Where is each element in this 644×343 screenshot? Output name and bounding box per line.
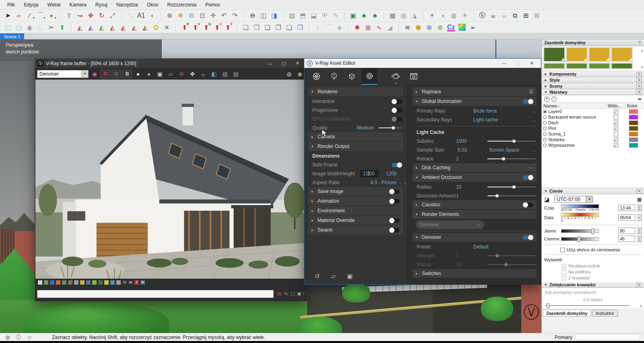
solid-frame-cube[interactable]: ◳ (13, 22, 24, 33)
material-swatch-3[interactable] (611, 47, 632, 62)
render-teapot-button[interactable]: ▼ (388, 68, 404, 85)
drop-v[interactable]: ⬆V (190, 22, 201, 33)
push-pull-tool[interactable]: ⇧ (64, 10, 74, 21)
color-channels[interactable]: ◉ (90, 70, 99, 78)
layer-visible-checkbox[interactable]: ✓ (614, 143, 618, 148)
section-global-illumination[interactable]: ▾Global Illumination (413, 97, 537, 106)
pin-icon[interactable]: ⋈ (128, 280, 133, 285)
panel-komponenty[interactable]: ►Komponenty✕ (542, 71, 644, 77)
lasso-tool[interactable]: ∿ (374, 22, 384, 33)
vray-batch-render-btn[interactable]: ⊞ (520, 10, 531, 21)
section-material-override[interactable]: ▸Material Override (308, 216, 403, 225)
white-balance[interactable]: ● (133, 70, 143, 78)
width-input[interactable]: 1200 (360, 170, 379, 178)
slider-knob[interactable] (495, 254, 499, 257)
strength-slider[interactable] (487, 255, 536, 256)
circle-tool[interactable]: ●▼ (46, 10, 57, 21)
vfb-channel-select[interactable]: Denoiser ▼ (37, 70, 89, 78)
layer-row-scena_1[interactable]: Scena_1 (542, 131, 644, 137)
section-switches[interactable]: ▸Switches (413, 269, 537, 278)
section-environment[interactable]: ▸Environment (308, 206, 403, 215)
sketchy-edges[interactable]: ✎ (330, 10, 341, 21)
scatter-tool[interactable]: ✺ (352, 22, 363, 33)
layer-visible-checkbox[interactable]: ✓ (614, 138, 618, 142)
layer-color-swatch[interactable] (629, 138, 638, 142)
layer-radio[interactable] (543, 121, 547, 125)
copy-array-2[interactable]: ❐ (251, 22, 262, 33)
layer-row-wyposazenie[interactable]: Wyposazenie✓ (542, 142, 644, 148)
panel-warstwy[interactable]: ▼ Warstwy ✕ (542, 89, 644, 95)
material-swatch-1[interactable] (566, 63, 587, 69)
display-checkbox[interactable]: ✓ (562, 264, 566, 268)
radius-slider[interactable] (487, 187, 536, 187)
timezone-select[interactable]: UTC-07:00▼ (554, 196, 593, 203)
paint-bucket-tool[interactable]: ◖ (147, 10, 157, 21)
time-spinner[interactable]: ▲▼ (637, 205, 642, 211)
section-renderer[interactable]: ▾Renderer (308, 87, 403, 96)
menu-edycja[interactable]: Edycja (20, 1, 42, 9)
terrain-drape[interactable]: ◭ (96, 22, 107, 33)
use-sun-checkbox-row[interactable]: Użyj słońca do cieniowania (560, 247, 642, 252)
drop-r[interactable]: ⬆R (179, 22, 190, 33)
vray-lock-btn[interactable]: ⊠ (531, 10, 542, 21)
dropdown-caret-icon[interactable]: ▼ (54, 16, 57, 19)
ae-maximize-button[interactable]: ▢ (511, 59, 525, 68)
date-value-field[interactable]: 05/04 (618, 214, 635, 221)
lut-2-icon[interactable] (104, 280, 109, 285)
section-disk-caching[interactable]: ▸Disk Caching— (413, 163, 537, 172)
ae-minimize-button[interactable]: — (497, 59, 511, 68)
display-checkbox[interactable] (562, 270, 566, 274)
vfb-settings-eye[interactable]: ◉ (295, 70, 305, 78)
vfb-swap-a-icon[interactable]: ▢ (291, 291, 295, 296)
section-save-image[interactable]: ▸Save Image (308, 187, 403, 196)
render-dropdown-caret[interactable]: ▼ (395, 82, 398, 85)
section-caustics[interactable]: ▸Caustics (413, 200, 537, 209)
occlusion-amount-slider[interactable] (487, 195, 536, 196)
render-element-chip[interactable]: Denoiser✕ (416, 220, 484, 229)
layer-row-dach[interactable]: Dach✓ (542, 120, 644, 125)
material-swatch-2[interactable] (589, 63, 610, 69)
display-corr-icon[interactable] (116, 280, 121, 285)
layer-color-swatch[interactable] (629, 109, 638, 114)
slider-knob[interactable] (495, 194, 499, 197)
solid-glass-cube[interactable]: ◱ (2, 22, 13, 33)
slider-knob[interactable] (392, 126, 395, 129)
histogram-icon[interactable]: H (122, 280, 127, 285)
soften-angle-slider[interactable] (545, 305, 630, 306)
geometry-tab[interactable] (344, 68, 360, 85)
tree-proxy[interactable]: ♣ (369, 10, 380, 21)
display-option-z-krawędzi[interactable]: Z krawędzi (562, 275, 642, 280)
vray-render-btn[interactable]: ☕ (488, 10, 499, 21)
chevron-down-icon[interactable]: ⌄ (533, 109, 536, 113)
dark-value-field[interactable]: 45 (618, 236, 635, 242)
tray-tab-zasobnik-domyślny[interactable]: Zasobnik domyślny (543, 310, 591, 316)
menu-narzędzia[interactable]: Narzędzia (112, 1, 142, 9)
red-channel[interactable]: R (101, 70, 110, 78)
solid-shaded-cube[interactable]: ◉ (24, 22, 35, 33)
dark-slider[interactable] (561, 237, 599, 241)
dimension-text-tool[interactable]: A1 (136, 10, 147, 21)
panel-sceny[interactable]: ►Sceny✕ (542, 83, 644, 89)
ae-close-button[interactable]: ✕ (525, 59, 539, 68)
use-sun-checkbox[interactable] (560, 248, 565, 252)
cleanup-cz[interactable]: Cz (446, 22, 456, 33)
layer-color-swatch[interactable] (629, 121, 638, 125)
vfb-channel-dropdown-icon[interactable]: ▼ (81, 70, 88, 78)
exposure-icon[interactable] (38, 280, 42, 285)
scroll-down-icon[interactable]: ∨ (640, 65, 643, 69)
stereo-icon[interactable]: ‖ (134, 280, 139, 285)
mesh-tool[interactable]: ◈ (334, 22, 345, 33)
materials-tab[interactable] (308, 68, 324, 85)
vfb-maximize-button[interactable]: ▢ (277, 59, 291, 68)
orbit-tool[interactable]: ⊛ (164, 10, 175, 21)
scroll-down-icon[interactable]: ∨ (640, 304, 642, 308)
frame-buffer-button[interactable] (406, 68, 422, 85)
levels-icon[interactable] (68, 280, 72, 285)
scroll-up-icon[interactable]: ∧ (640, 49, 643, 53)
region-render[interactable]: ◍ (284, 70, 294, 78)
layer-radio[interactable] (543, 132, 547, 136)
layer-row-stolarka[interactable]: Stolarka✓ (542, 137, 644, 142)
revert-settings-icon[interactable]: ↺ (315, 273, 320, 280)
layer-visible-checkbox[interactable]: ✓ (614, 121, 618, 125)
lut-icon[interactable] (44, 280, 48, 285)
